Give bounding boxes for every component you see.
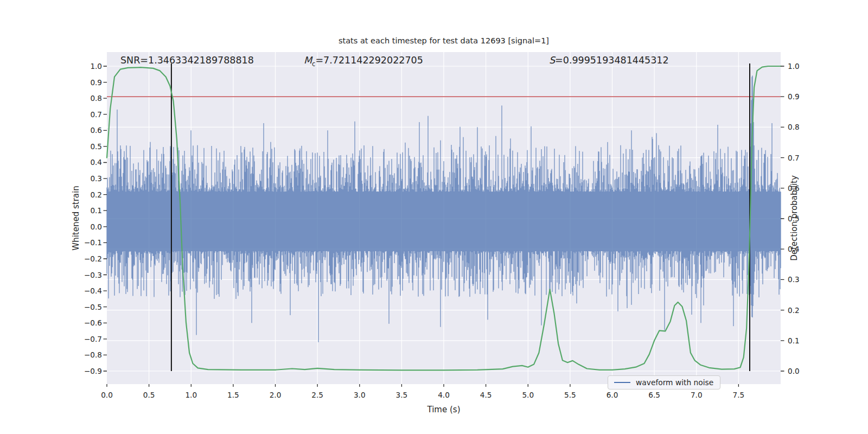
- x-tick-label: 5.5: [564, 391, 576, 399]
- right-tick-label: 0.7: [788, 154, 800, 162]
- x-tick-label: 7.5: [733, 391, 745, 399]
- right-tick-label: 0.1: [788, 336, 800, 345]
- left-tick-label: 0.0: [90, 222, 102, 231]
- right-tick-label: 0.3: [788, 275, 800, 284]
- x-tick-label: 1.0: [185, 391, 197, 399]
- legend: waveform with noise: [608, 375, 720, 390]
- signal-score-value: =0.9995193481445312: [555, 55, 669, 66]
- left-tick-label: 0.7: [90, 110, 102, 119]
- left-tick-label: −0.4: [84, 286, 102, 295]
- x-tick-label: 3.5: [396, 391, 408, 399]
- figure: 1.00.90.80.70.60.50.40.30.20.10.0−0.1−0.…: [0, 0, 868, 434]
- right-tick-label: 1.0: [788, 62, 800, 71]
- left-tick-label: 0.5: [90, 142, 102, 151]
- x-tick-label: 0.0: [101, 391, 113, 399]
- left-tick-label: 0.6: [90, 126, 102, 135]
- x-tick-label: 0.5: [143, 391, 155, 399]
- left-tick-label: −0.9: [84, 367, 102, 375]
- x-tick-label: 4.5: [480, 391, 492, 399]
- left-tick-label: 0.8: [90, 94, 102, 103]
- annotation-chirp-mass: Mc=7.721142292022705: [304, 55, 423, 68]
- x-tick-label: 2.5: [311, 391, 323, 399]
- right-axis-label: Detection probability: [789, 175, 799, 261]
- x-tick-label: 4.0: [438, 391, 450, 399]
- annotation-signal-score: S=0.9995193481445312: [549, 55, 669, 66]
- left-tick-label: 1.0: [90, 62, 102, 71]
- signal-score-symbol: S: [549, 55, 555, 66]
- chart-title: stats at each timestep for test data 126…: [339, 36, 549, 45]
- chirp-mass-value: =7.721142292022705: [315, 55, 423, 66]
- legend-label: waveform with noise: [636, 378, 713, 387]
- left-tick-label: 0.9: [90, 78, 102, 87]
- left-tick-label: 0.1: [90, 206, 102, 215]
- left-tick-label: −0.6: [84, 318, 102, 327]
- left-tick-label: 0.2: [90, 190, 102, 199]
- chirp-mass-symbol: M: [304, 55, 312, 66]
- left-tick-label: −0.2: [84, 254, 102, 263]
- left-tick-label: −0.5: [84, 303, 102, 311]
- left-tick-label: −0.1: [84, 238, 102, 247]
- x-tick-label: 3.0: [354, 391, 366, 399]
- right-tick-label: 0.0: [788, 367, 800, 375]
- x-tick-label: 6.5: [648, 391, 660, 399]
- right-tick-label: 0.2: [788, 306, 800, 315]
- x-tick-label: 1.5: [227, 391, 239, 399]
- left-tick-label: −0.7: [84, 335, 102, 343]
- left-tick-label: 0.3: [90, 174, 102, 183]
- x-tick-label: 7.0: [691, 391, 703, 399]
- x-tick-label: 6.0: [607, 391, 618, 399]
- left-tick-label: −0.8: [84, 350, 102, 359]
- x-axis-label: Time (s): [427, 405, 461, 414]
- legend-line-sample: [614, 382, 630, 383]
- left-axis-label: Whitened strain: [71, 186, 81, 250]
- x-tick-label: 5.0: [522, 391, 534, 399]
- right-tick-label: 0.9: [788, 92, 800, 101]
- left-tick-label: −0.3: [84, 271, 102, 279]
- left-tick-label: 0.4: [90, 158, 102, 167]
- right-tick-label: 0.8: [788, 123, 800, 131]
- annotation-snr: SNR=1.3463342189788818: [120, 55, 254, 66]
- x-tick-label: 2.0: [270, 391, 282, 399]
